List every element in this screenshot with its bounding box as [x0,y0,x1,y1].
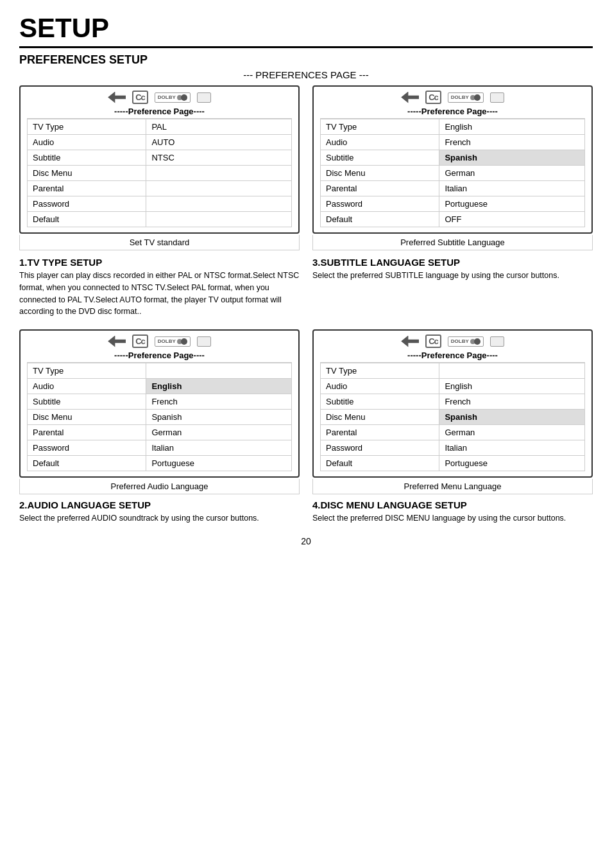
section-2: 2.AUDIO LANGUAGE SETUP Select the prefer… [19,499,300,525]
box2-footer: Preferred Subtitle Language [312,235,593,250]
tv-icons-2: Cc DOLBY [320,91,585,104]
section-3: 3.SUBTITLE LANGUAGE SETUP Select the pre… [312,257,593,318]
pref-table-3: TV Type AudioEnglish SubtitleFrench Disc… [27,363,292,471]
table-row: Disc MenuSpanish [321,410,585,425]
table-row: SubtitleSpanish [321,150,585,166]
section-title: PREFERENCES SETUP [19,53,593,67]
table-row: DefaultOFF [321,212,585,227]
small-icon-box [197,92,211,103]
page-number: 20 [19,536,593,546]
table-row: ParentalGerman [321,425,585,440]
dolby-icon-3: DOLBY [155,336,191,347]
pref-table-2: TV TypeEnglish AudioFrench SubtitleSpani… [320,119,585,227]
box4-footer: Preferred Menu Language [312,479,593,494]
section2-title: 2.AUDIO LANGUAGE SETUP [19,499,300,510]
section-1: 1.TV TYPE SETUP This player can play dis… [19,257,300,318]
table-row: PasswordPortuguese [321,196,585,212]
cc-icon: Cc [132,91,148,104]
table-row: DefaultPortuguese [321,456,585,471]
section4-title: 4.DISC MENU LANGUAGE SETUP [312,499,593,510]
tv-box-4: Cc DOLBY -----Preference Page---- TV Typ… [312,329,593,478]
arrow-icon-2 [401,92,419,103]
section3-body: Select the preferred SUBTITLE language b… [312,270,593,282]
table-row: AudioFrench [321,135,585,150]
dolby-icon-2: DOLBY [448,92,484,103]
table-row: PasswordItalian [321,440,585,456]
section2-body: Select the preferred AUDIO soundtrack by… [19,512,300,525]
small-icon-box-2 [490,92,504,103]
cc-icon-2: Cc [425,91,441,104]
arrow-icon-4 [401,336,419,347]
cc-icon-3: Cc [132,334,148,348]
box1-footer: Set TV standard [19,235,300,250]
table-row: TV TypePAL [28,119,292,135]
tv-icons-1: Cc DOLBY [27,91,292,104]
cc-icon-4: Cc [425,334,441,348]
pref-page-header-4: -----Preference Page---- [320,351,585,363]
table-row: Parental [28,181,292,196]
pref-subtitle: --- PREFERENCES PAGE --- [19,69,593,80]
table-row: AudioEnglish [321,379,585,394]
box1-container: Cc DOLBY -----Preference Page---- TV Typ… [19,85,300,250]
dolby-circles [177,94,187,101]
table-row: AudioEnglish [28,379,292,394]
tv-icons-4: Cc DOLBY [320,334,585,348]
section1-body: This player can play discs recorded in e… [19,270,300,318]
tv-box-3: Cc DOLBY -----Preference Page---- TV Typ… [19,329,300,478]
section-4: 4.DISC MENU LANGUAGE SETUP Select the pr… [312,499,593,525]
table-row: TV TypeEnglish [321,119,585,135]
table-row: Disc MenuGerman [321,166,585,181]
table-row: PasswordItalian [28,440,292,456]
table-row: SubtitleNTSC [28,150,292,166]
table-row: Default [28,212,292,227]
tv-icons-3: Cc DOLBY [27,334,292,348]
box3-footer: Preferred Audio Language [19,479,300,494]
section4-body: Select the preferred DISC MENU language … [312,512,593,525]
pref-table-4: TV Type AudioEnglish SubtitleFrench Disc… [320,363,585,471]
box2-container: Cc DOLBY -----Preference Page---- TV Typ… [312,85,593,250]
small-icon-box-4 [490,336,504,347]
pref-page-header-2: -----Preference Page---- [320,107,585,119]
section1-title: 1.TV TYPE SETUP [19,257,300,268]
table-row: SubtitleFrench [28,394,292,410]
arrow-icon [108,92,126,103]
tv-box-1: Cc DOLBY -----Preference Page---- TV Typ… [19,85,300,234]
table-row: ParentalItalian [321,181,585,196]
dolby-icon: DOLBY [155,92,191,103]
tv-box-2: Cc DOLBY -----Preference Page---- TV Typ… [312,85,593,234]
box4-container: Cc DOLBY -----Preference Page---- TV Typ… [312,329,593,530]
table-row: Disc MenuSpanish [28,410,292,425]
arrow-icon-3 [108,336,126,347]
dolby-icon-4: DOLBY [448,336,484,347]
dolby-text: DOLBY [158,94,176,100]
pref-page-header-1: -----Preference Page---- [27,107,292,119]
table-row: TV Type [321,363,585,379]
table-row: TV Type [28,363,292,379]
table-row: Password [28,196,292,212]
table-row: SubtitleFrench [321,394,585,410]
pref-table-1: TV TypePAL AudioAUTO SubtitleNTSC Disc M… [27,119,292,227]
box3-container: Cc DOLBY -----Preference Page---- TV Typ… [19,329,300,530]
table-row: DefaultPortuguese [28,456,292,471]
pref-page-header-3: -----Preference Page---- [27,351,292,363]
page-title: SETUP [19,13,593,48]
table-row: AudioAUTO [28,135,292,150]
table-row: ParentalGerman [28,425,292,440]
table-row: Disc Menu [28,166,292,181]
section3-title: 3.SUBTITLE LANGUAGE SETUP [312,257,593,268]
small-icon-box-3 [197,336,211,347]
